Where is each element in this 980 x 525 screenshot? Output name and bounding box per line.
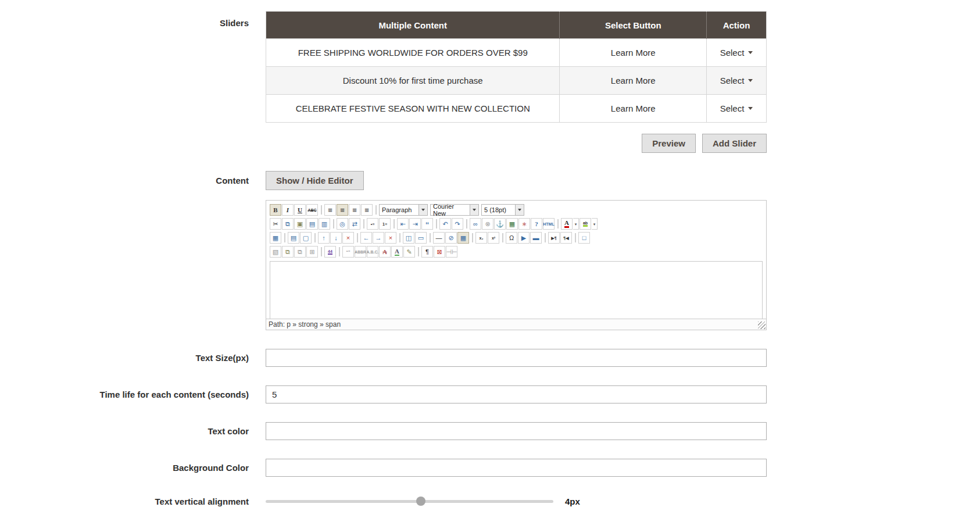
find-replace-icon[interactable]: ⇄ — [349, 218, 360, 230]
ltr-icon[interactable]: ▶¶ — [548, 232, 560, 244]
acronym-icon[interactable]: A.B.C. — [367, 246, 378, 258]
split-cells-icon[interactable]: ◫ — [403, 232, 414, 244]
delete-row-icon[interactable]: × — [342, 232, 354, 244]
highlight-color-caret-icon[interactable]: ▾ — [592, 218, 598, 230]
show-hide-editor-button[interactable]: Show / Hide Editor — [266, 171, 364, 190]
cut-icon[interactable]: ✂ — [270, 218, 281, 230]
superscript-icon[interactable]: x² — [488, 232, 499, 244]
merge-cells-icon[interactable]: ▭ — [415, 232, 427, 244]
horizontal-rule-icon[interactable]: — — [433, 232, 445, 244]
editor-canvas[interactable] — [270, 261, 763, 319]
editor-toolbar: BIUABC≡≡≡≡ Paragraph Courier New 5 (18pt… — [266, 201, 766, 260]
select-action-dropdown[interactable]: Select — [720, 48, 753, 58]
select-action-dropdown[interactable]: Select — [720, 76, 753, 85]
align-center-icon[interactable]: ≡ — [337, 204, 348, 216]
cleanup-icon[interactable]: ∗ — [518, 218, 530, 230]
outdent-icon[interactable]: ⇤ — [397, 218, 409, 230]
numbered-list-icon[interactable]: 1≡ — [379, 218, 391, 230]
insert-layer-icon[interactable]: ▧ — [270, 246, 281, 258]
separator — [284, 233, 285, 242]
time-life-input[interactable] — [266, 385, 767, 403]
insert-table-icon[interactable]: ▦ — [270, 232, 281, 244]
nonbreaking-icon[interactable]: ⊠ — [434, 246, 445, 258]
slider-content-cell: FREE SHIPPING WORLDWIDE FOR ORDERS OVER … — [266, 39, 560, 67]
undo-icon[interactable]: ↶ — [439, 218, 451, 230]
move-forward-icon[interactable]: ⧉ — [282, 246, 294, 258]
separator — [472, 233, 473, 242]
visual-aid-icon[interactable]: ▦ — [457, 232, 469, 244]
insert-col-after-icon[interactable]: → — [373, 232, 384, 244]
text-color-caret-icon[interactable]: ▾ — [573, 218, 579, 230]
insert-row-after-icon[interactable]: ↓ — [330, 232, 342, 244]
text-color-label: Text color — [0, 422, 249, 440]
editor-status-bar: Path: p » strong » span — [266, 319, 766, 330]
unlink-icon[interactable]: ⊗ — [482, 218, 493, 230]
insert-col-before-icon[interactable]: ← — [360, 232, 372, 244]
resize-handle[interactable] — [758, 322, 766, 329]
format-select[interactable]: Paragraph — [379, 204, 428, 216]
table-row-props-icon[interactable]: ▤ — [288, 232, 299, 244]
font-family-select[interactable]: Courier New — [430, 204, 479, 216]
text-size-field-row: Text Size(px) — [0, 349, 980, 367]
insert-row-before-icon[interactable]: ↑ — [318, 232, 330, 244]
underline-icon[interactable]: U — [294, 204, 306, 216]
subscript-icon[interactable]: x₂ — [475, 232, 487, 244]
paste-text-icon[interactable]: ▤ — [306, 218, 318, 230]
select-action-dropdown[interactable]: Select — [720, 103, 753, 113]
align-right-icon[interactable]: ≡ — [349, 204, 360, 216]
slider-content-cell: Discount 10% for first time purchase — [266, 67, 560, 95]
style-props-icon[interactable]: 44 — [324, 246, 336, 258]
bold-icon[interactable]: B — [270, 204, 281, 216]
redo-icon[interactable]: ↷ — [452, 218, 463, 230]
vertical-alignment-slider-track[interactable] — [266, 500, 553, 503]
background-color-field-row: Background Color — [0, 459, 980, 477]
citation-icon[interactable]: “” — [342, 246, 354, 258]
separator — [430, 233, 431, 242]
separator — [357, 233, 358, 242]
separator — [466, 219, 467, 228]
html-source-icon[interactable]: HTML — [543, 218, 555, 230]
deletion-icon[interactable]: A — [379, 246, 391, 258]
abbreviation-icon[interactable]: ABBR — [355, 246, 366, 258]
advanced-hr-icon[interactable]: ▬ — [530, 232, 542, 244]
text-color-icon[interactable]: A — [561, 218, 573, 230]
absolute-position-icon[interactable]: ⊞ — [306, 246, 318, 258]
attributes-icon[interactable]: ✎ — [403, 246, 415, 258]
visual-chars-icon[interactable]: ¶ — [421, 246, 433, 258]
find-icon[interactable]: ◎ — [337, 218, 348, 230]
text-color-input[interactable] — [266, 422, 767, 440]
remove-format-icon[interactable]: ⊘ — [445, 232, 457, 244]
vertical-alignment-slider-handle[interactable] — [416, 497, 425, 506]
indent-icon[interactable]: ⇥ — [409, 218, 421, 230]
table-cell-props-icon[interactable]: ▢ — [300, 232, 312, 244]
font-size-select[interactable]: 5 (18pt) — [481, 204, 524, 216]
highlight-color-icon[interactable]: ab — [580, 218, 591, 230]
rtl-icon[interactable]: ¶◀ — [560, 232, 572, 244]
anchor-icon[interactable]: ⚓ — [494, 218, 506, 230]
delete-col-icon[interactable]: × — [385, 232, 396, 244]
add-slider-button[interactable]: Add Slider — [702, 134, 767, 153]
preview-button[interactable]: Preview — [642, 134, 696, 153]
help-icon[interactable]: ? — [531, 218, 542, 230]
copy-icon[interactable]: ⧉ — [282, 218, 294, 230]
vertical-alignment-value: 4px — [565, 497, 580, 506]
special-char-icon[interactable]: Ω — [506, 232, 517, 244]
insert-link-icon[interactable]: ∞ — [470, 218, 481, 230]
page-break-icon[interactable]: ⊣⊢ — [446, 246, 457, 258]
insertion-icon[interactable]: A — [391, 246, 403, 258]
align-left-icon[interactable]: ≡ — [324, 204, 336, 216]
move-backward-icon[interactable]: ⧉ — [294, 246, 306, 258]
insert-media-icon[interactable]: ▶ — [518, 232, 530, 244]
table-row: FREE SHIPPING WORLDWIDE FOR ORDERS OVER … — [266, 39, 767, 67]
italic-icon[interactable]: I — [282, 204, 294, 216]
strikethrough-icon[interactable]: ABC — [306, 204, 318, 216]
background-color-input[interactable] — [266, 459, 767, 477]
align-justify-icon[interactable]: ≡ — [361, 204, 373, 216]
text-size-input[interactable] — [266, 349, 767, 367]
paste-word-icon[interactable]: ▥ — [319, 218, 330, 230]
insert-image-icon[interactable]: ▦ — [506, 218, 518, 230]
blockquote-icon[interactable]: “ — [421, 218, 433, 230]
fullscreen-icon[interactable]: □ — [578, 232, 590, 244]
bullet-list-icon[interactable]: •≡ — [367, 218, 378, 230]
paste-icon[interactable]: ▣ — [294, 218, 306, 230]
